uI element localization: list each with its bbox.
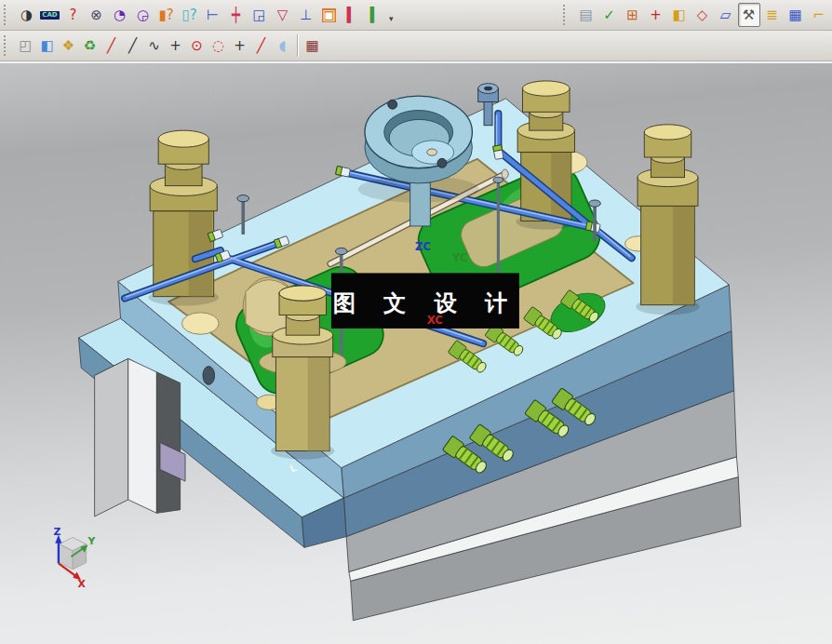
circle-center-icon: ⊙: [191, 39, 203, 53]
toolbar-separator: [297, 34, 298, 57]
watermark-banner: 图 文 设 计 XC: [331, 273, 519, 329]
mold-model-canvas: L 图 文 设 计 XC ZC YC Z Y X: [0, 63, 832, 644]
workpiece-icon: ◶: [137, 8, 149, 22]
face-tool-icon: ◖: [279, 39, 287, 53]
cross-hair-button[interactable]: +: [230, 34, 250, 58]
shrinkage-button[interactable]: ◔: [109, 3, 131, 27]
cad-init-icon: CAD: [40, 11, 59, 20]
parting-tool-button[interactable]: ▱: [715, 3, 737, 27]
pin-green-button[interactable]: ▍: [365, 3, 387, 27]
mold-wizard-icon: ◑: [20, 8, 33, 22]
line-point-icon: ╱: [257, 39, 265, 53]
runner-design-icon: ⊥: [300, 8, 312, 22]
cad-init-button[interactable]: CAD: [39, 3, 61, 27]
insert-pin-button[interactable]: ┿: [225, 3, 248, 27]
unload-tool-button[interactable]: ⌐: [808, 3, 830, 27]
cross-hair-icon: +: [234, 39, 246, 53]
grid-editor-icon: ▦: [305, 39, 318, 53]
cavity-surface-button[interactable]: ◇: [691, 3, 714, 27]
bounded-box-button[interactable]: ◧: [37, 34, 58, 58]
mold-wizard-button[interactable]: ◑: [16, 3, 38, 27]
pin-red-button[interactable]: ▍: [342, 3, 364, 27]
mold-stack-button[interactable]: ≣: [761, 3, 784, 27]
mold-stack-icon: ≣: [766, 8, 778, 22]
shrinkage-icon: ◔: [114, 8, 126, 22]
ejector-pin-button[interactable]: ▯?: [179, 3, 201, 27]
plate-hole: [203, 367, 215, 385]
line-tool-2-button[interactable]: ╱: [123, 34, 143, 58]
corner-piece-icon: ◲: [252, 8, 265, 22]
circle-points-icon: ◌: [212, 39, 224, 53]
toolbar-drag-handle[interactable]: [4, 35, 11, 56]
view-manager-button[interactable]: ▦: [785, 3, 807, 27]
wcs-triad-icon: +: [650, 8, 662, 22]
new-part-button[interactable]: ▤: [575, 3, 597, 27]
line-tool-2-icon: ╱: [128, 39, 137, 53]
parting-tool-icon: ▱: [720, 8, 731, 22]
insert-pin-icon: ┿: [232, 8, 240, 22]
reuse-library-icon: ♻: [84, 39, 96, 53]
grid-editor-button[interactable]: ▦: [302, 34, 323, 58]
workpiece-box-button[interactable]: ◧: [668, 3, 691, 27]
wcs-label-zc: ZC: [415, 240, 431, 253]
extruded-solid-icon: ◰: [19, 39, 32, 53]
point-tool-button[interactable]: +: [166, 34, 186, 58]
toolbar-drag-handle[interactable]: [563, 5, 570, 25]
toolbar-drag-handle[interactable]: [4, 5, 11, 25]
pocket-pattern-button[interactable]: ❖: [59, 34, 79, 58]
viewport-3d[interactable]: L 图 文 设 计 XC ZC YC Z Y X: [0, 61, 832, 644]
new-part-icon: ▤: [579, 8, 592, 22]
line-tool-button[interactable]: ╱: [101, 34, 122, 58]
mold-csys-button[interactable]: ⊗: [86, 3, 108, 27]
bounded-box-icon: ◧: [40, 39, 53, 53]
mold-tools-icon: ⚒: [743, 8, 755, 22]
triad-z-label: Z: [53, 526, 60, 538]
ejector-pin-icon: ▯?: [181, 8, 196, 22]
clamp-bracket: [95, 358, 185, 517]
toolbar-group-curves: ◰◧❖♻╱╱∿+⊙◌+╱◖: [2, 31, 293, 60]
toolbar-overflow-arrow[interactable]: ▾: [389, 14, 394, 23]
validate-button[interactable]: ✓: [598, 3, 621, 27]
wcs-triad-button[interactable]: +: [645, 3, 667, 27]
spline-tool-button[interactable]: ∿: [144, 34, 165, 58]
gate-design-button[interactable]: ▽: [272, 3, 294, 27]
banner-text: 图 文 设 计: [333, 289, 517, 316]
workpiece-button[interactable]: ◶: [132, 3, 154, 27]
view-triad[interactable]: Z Y X: [53, 526, 95, 590]
standard-part-button[interactable]: ▮?: [155, 3, 178, 27]
toolbar-group-grid: ▦: [302, 31, 323, 60]
unload-tool-icon: ⌐: [812, 8, 825, 22]
extruded-solid-button[interactable]: ◰: [16, 34, 36, 58]
pocket-pattern-icon: ❖: [62, 39, 74, 53]
mold-cool-icon: ▣: [322, 8, 335, 22]
slide-lifter-button[interactable]: ⊢: [202, 3, 224, 27]
face-tool-button[interactable]: ◖: [273, 34, 293, 58]
ring-screw: [388, 100, 397, 109]
design-part-button[interactable]: ?: [62, 3, 85, 27]
pin-green-icon: ▍: [370, 8, 382, 22]
mold-csys-icon: ⊗: [90, 8, 102, 22]
mold-layout-icon: ⊞: [626, 8, 638, 22]
workpiece-box-icon: ◧: [672, 8, 685, 22]
pin-red-icon: ▍: [347, 8, 358, 22]
circle-points-button[interactable]: ◌: [208, 34, 229, 58]
toolbar-curve-tools: ◰◧❖♻╱╱∿+⊙◌+╱◖ ▦: [0, 31, 832, 61]
line-point-button[interactable]: ╱: [251, 34, 272, 58]
mold-tools-button[interactable]: ⚒: [738, 3, 760, 27]
mold-cool-button[interactable]: ▣: [318, 3, 341, 27]
wcs-label-yc: YC: [451, 251, 468, 264]
wcs-label-xc: XC: [427, 314, 443, 327]
mold-layout-button[interactable]: ⊞: [622, 3, 644, 27]
reuse-library-button[interactable]: ♻: [80, 34, 101, 58]
cavity-surface-icon: ◇: [697, 8, 708, 22]
circle-center-button[interactable]: ⊙: [187, 34, 208, 58]
runner-design-button[interactable]: ⊥: [295, 3, 317, 27]
point-tool-icon: +: [169, 39, 181, 53]
toolbar-group-mold-tools: ▤✓⊞+◧◇▱⚒≣▦⌐: [561, 0, 830, 30]
corner-piece-button[interactable]: ◲: [248, 3, 271, 27]
design-part-icon: ?: [70, 8, 77, 22]
view-manager-icon: ▦: [788, 8, 801, 22]
toolbar-group-mold-wizard: ◑CAD?⊗◔◶▮?▯?⊢┿◲▽⊥▣▍▍: [2, 0, 387, 30]
triad-y-label: Y: [87, 535, 95, 547]
slide-lifter-icon: ⊢: [207, 8, 219, 22]
